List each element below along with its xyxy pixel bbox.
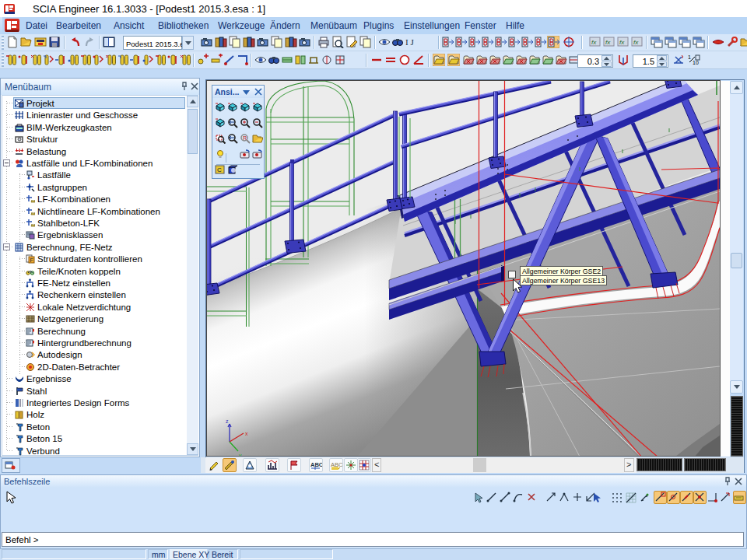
svg-text:F: F: [30, 257, 33, 263]
svg-text:1: 1: [688, 54, 691, 60]
svg-text:fx: fx: [591, 39, 597, 46]
svg-text:fx: fx: [605, 39, 611, 46]
svg-text:fx: fx: [633, 39, 639, 46]
svg-text:ABC: ABC: [310, 461, 322, 468]
svg-text:10: 10: [693, 60, 699, 65]
svg-text:I J: I J: [405, 37, 414, 47]
svg-text:fx: fx: [619, 39, 625, 46]
